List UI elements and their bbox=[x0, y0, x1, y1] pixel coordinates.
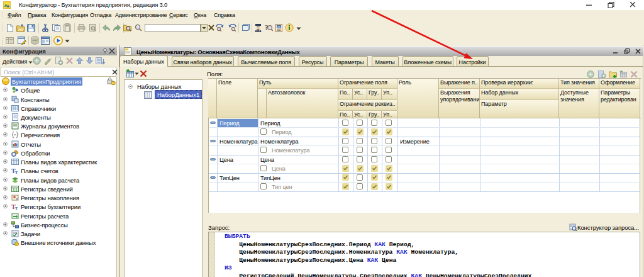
svg-text:т: т bbox=[15, 169, 18, 174]
svg-text:т: т bbox=[15, 205, 18, 210]
